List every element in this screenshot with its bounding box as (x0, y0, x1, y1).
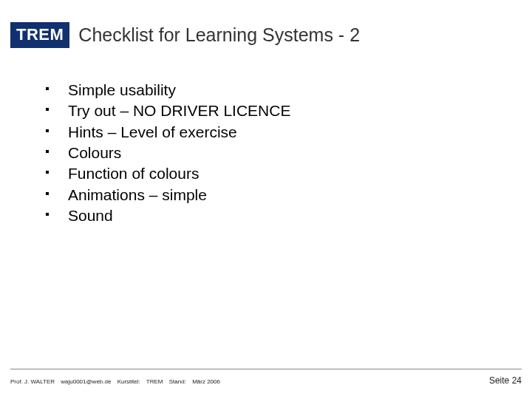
footer-course: TREM (146, 378, 163, 385)
bullet-icon (46, 129, 49, 132)
list-item: Colours (46, 143, 502, 163)
page-number: 24 (512, 375, 522, 386)
footer: Prof. J. WALTER waju0001@web.de Kurstite… (10, 375, 522, 386)
bullet-icon (46, 192, 49, 195)
slide-title: Checklist for Learning Systems - 2 (78, 24, 360, 46)
slide: TREM Checklist for Learning Systems - 2 … (0, 0, 532, 399)
checklist: Simple usability Try out – NO DRIVER LIC… (46, 80, 502, 226)
footer-left: Prof. J. WALTER waju0001@web.de Kurstite… (10, 378, 225, 385)
list-item: Function of colours (46, 163, 502, 184)
bullet-icon (46, 108, 49, 111)
footer-page: Seite 24 (489, 375, 522, 386)
list-item: Hints – Level of exercise (46, 122, 502, 143)
list-item: Try out – NO DRIVER LICENCE (46, 100, 502, 121)
page-label: Seite (489, 375, 509, 386)
list-item: Animations – simple (46, 185, 502, 205)
footer-stand-label: Stand: (169, 378, 186, 385)
bullet-icon (46, 150, 49, 153)
footer-stand: März 2006 (192, 378, 220, 385)
list-item-text: Hints – Level of exercise (68, 123, 237, 140)
content-area: Simple usability Try out – NO DRIVER LIC… (46, 80, 502, 226)
list-item-text: Sound (68, 207, 113, 224)
bullet-icon (46, 171, 49, 174)
footer-divider (10, 369, 522, 369)
list-item-text: Function of colours (68, 165, 199, 182)
footer-author: Prof. J. WALTER (10, 378, 55, 385)
footer-email: waju0001@web.de (61, 378, 111, 385)
list-item-text: Simple usability (68, 81, 176, 98)
header: TREM Checklist for Learning Systems - 2 (10, 22, 517, 48)
list-item: Simple usability (46, 80, 502, 100)
bullet-icon (46, 213, 49, 216)
bullet-icon (46, 87, 49, 90)
footer-course-label: Kurstitel: (117, 378, 140, 385)
list-item-text: Try out – NO DRIVER LICENCE (68, 102, 290, 119)
list-item-text: Animations – simple (68, 186, 207, 203)
brand-badge: TREM (10, 22, 69, 48)
list-item: Sound (46, 205, 502, 226)
list-item-text: Colours (68, 144, 121, 161)
